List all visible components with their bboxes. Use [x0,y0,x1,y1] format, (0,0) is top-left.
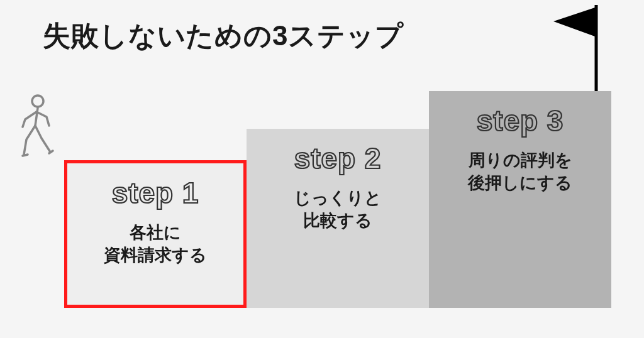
step-1-label: step 1 [112,176,199,210]
step-3-desc: 周りの評判を 後押しにする [468,149,572,195]
step-1: step 1 各社に 資料請求する [64,160,247,308]
svg-marker-2 [553,8,595,36]
step-2: step 2 じっくりと 比較する [247,129,429,308]
steps-container: step 1 各社に 資料請求する step 2 じっくりと 比較する step… [64,91,611,308]
step-2-desc: じっくりと 比較する [294,187,382,232]
walking-person-icon [14,93,58,162]
goal-flag-icon [553,5,602,93]
step-2-label: step 2 [294,141,381,175]
page-title: 失敗しないための3ステップ [43,18,404,55]
step-3-label: step 3 [477,104,564,138]
svg-point-0 [32,95,43,107]
step-3: step 3 周りの評判を 後押しにする [429,91,611,308]
step-1-desc: 各社に 資料請求する [104,221,207,267]
